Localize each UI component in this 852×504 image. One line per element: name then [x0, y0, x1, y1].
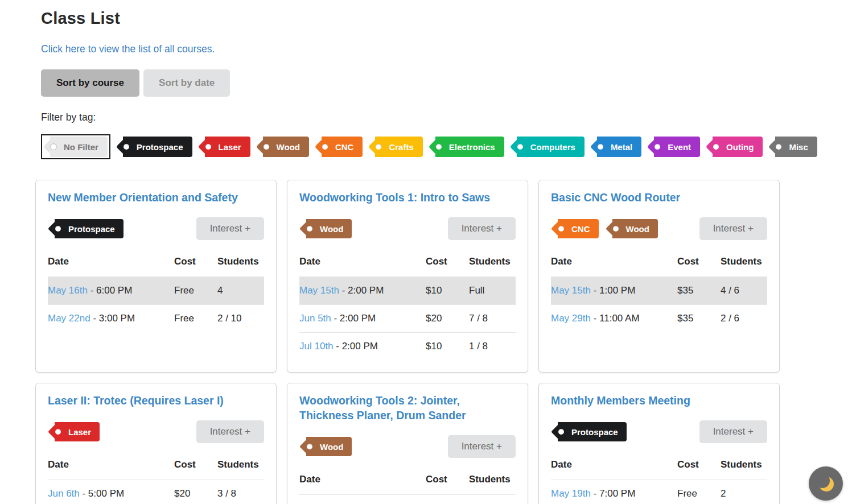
class-tag-protospace: Protospace	[55, 219, 124, 238]
session-time: - 7:00 PM	[591, 488, 635, 499]
tag-label: Computers	[530, 142, 575, 152]
tag-hole-icon	[713, 144, 719, 150]
filter-by-tag-label: Filter by tag:	[41, 111, 852, 123]
session-row: May 15th - 2:00 PM $10 Full	[299, 277, 516, 305]
tag-hole-icon	[55, 226, 61, 232]
class-tags: Protospace	[48, 219, 124, 238]
class-title-link[interactable]: Laser II: Trotec (Requires Laser I)	[48, 393, 264, 408]
class-card-meta: Wood Interest +	[299, 217, 516, 240]
interest-button[interactable]: Interest +	[196, 420, 264, 443]
filter-tag-event[interactable]: Event	[654, 137, 700, 157]
filter-tag-metal[interactable]: Metal	[597, 137, 641, 157]
session-cost: $35	[677, 305, 721, 333]
tag-label: Protospace	[137, 142, 183, 152]
tag-label: Protospace	[68, 224, 115, 234]
interest-button[interactable]: Interest +	[448, 217, 516, 240]
filter-tag-wood[interactable]: Wood	[263, 137, 309, 157]
session-date-link[interactable]: May 29th	[551, 313, 591, 324]
tag-hole-icon	[655, 144, 660, 150]
sessions-table: DateCostStudents May 21st - 11:00 AM $15…	[299, 467, 516, 504]
session-time: - 11:00 AM	[591, 313, 640, 324]
session-students: Full	[469, 277, 516, 305]
interest-button[interactable]: Interest +	[699, 420, 767, 443]
filter-tag-protospace[interactable]: Protospace	[123, 137, 192, 157]
filter-tag-electronics[interactable]: Electronics	[435, 137, 504, 157]
session-date-link[interactable]: May 19th	[551, 488, 591, 499]
session-date-link[interactable]: May 16th	[48, 285, 88, 296]
tag-hole-icon	[264, 144, 269, 150]
col-header-students: Students	[469, 467, 516, 495]
session-students: 2	[721, 480, 767, 504]
dark-mode-toggle-button[interactable]	[809, 466, 843, 501]
session-students: Full	[469, 495, 516, 504]
session-time: - 1:00 PM	[591, 285, 635, 296]
filter-tag-computers[interactable]: Computers	[517, 137, 585, 157]
col-header-students: Students	[217, 452, 264, 480]
class-title-link[interactable]: Monthly Members Meeting	[551, 393, 767, 408]
session-row: May 22nd - 3:00 PM Free 2 / 10	[48, 305, 264, 333]
col-header-cost: Cost	[174, 452, 217, 480]
sort-by-course-button[interactable]: Sort by course	[41, 69, 139, 97]
class-tag-laser: Laser	[55, 422, 100, 441]
interest-button[interactable]: Interest +	[699, 217, 767, 240]
session-date-link[interactable]: May 22nd	[48, 313, 90, 324]
session-cost: $20	[426, 305, 469, 333]
sort-by-date-button[interactable]: Sort by date	[143, 69, 230, 97]
filter-tag-no-filter[interactable]: No Filter	[50, 137, 108, 157]
tag-hole-icon	[517, 144, 523, 150]
session-date-link[interactable]: Jul 10th	[299, 341, 334, 352]
session-students: 4	[217, 277, 264, 305]
class-title-link[interactable]: Basic CNC Wood Router	[551, 190, 767, 205]
session-date-link[interactable]: May 15th	[299, 285, 339, 296]
session-date-link[interactable]: Jun 6th	[48, 488, 80, 499]
tag-hole-icon	[322, 144, 328, 150]
view-all-courses-link[interactable]: Click here to view the list of all cours…	[41, 43, 215, 55]
tag-hole-icon	[376, 144, 381, 150]
session-date-cell: Jun 5th - 2:00 PM	[299, 305, 426, 333]
session-cost: Free	[174, 277, 217, 305]
tag-label: Wood	[277, 142, 300, 152]
filter-tag-outing[interactable]: Outing	[713, 137, 763, 157]
interest-button[interactable]: Interest +	[448, 435, 516, 458]
session-date-link[interactable]: May 15th	[551, 285, 591, 296]
filter-tag-cnc[interactable]: CNC	[322, 137, 363, 157]
tag-label: Laser	[219, 142, 241, 152]
col-header-date: Date	[299, 249, 426, 277]
session-students: 2 / 6	[721, 305, 767, 333]
session-time: - 2:00 PM	[339, 285, 384, 296]
tag-label: Electronics	[449, 142, 495, 152]
sessions-table: DateCostStudents May 15th - 1:00 PM $35 …	[551, 249, 767, 332]
session-row: May 15th - 1:00 PM $35 4 / 6	[551, 277, 767, 305]
session-row: Jun 5th - 2:00 PM $20 7 / 8	[299, 305, 516, 333]
class-title-link[interactable]: Woodworking Tools 1: Intro to Saws	[299, 190, 516, 205]
class-tags: Laser	[48, 422, 100, 441]
class-card: New Member Orientation and Safety Protos…	[36, 180, 276, 372]
sessions-table: DateCostStudents Jun 6th - 5:00 PM $20 3…	[48, 452, 264, 504]
col-header-students: Students	[217, 249, 264, 277]
filter-tag-laser[interactable]: Laser	[205, 137, 250, 157]
filter-tag-misc[interactable]: Misc	[775, 137, 817, 157]
session-date-link[interactable]: Jun 5th	[299, 313, 331, 324]
sessions-table-header: DateCostStudents	[551, 249, 767, 277]
session-cost: Free	[677, 480, 721, 504]
filter-tag-row: No FilterProtospaceLaserWoodCNCCraftsEle…	[41, 134, 852, 159]
col-header-date: Date	[48, 452, 174, 480]
session-students: 7 / 8	[469, 305, 516, 333]
class-title-link[interactable]: New Member Orientation and Safety	[48, 190, 264, 205]
tag-hole-icon	[598, 144, 603, 150]
sessions-table-header: DateCostStudents	[299, 467, 516, 495]
session-row: Jun 6th - 5:00 PM $20 3 / 8	[48, 480, 264, 504]
interest-button[interactable]: Interest +	[196, 217, 264, 240]
class-card-grid: New Member Orientation and Safety Protos…	[36, 180, 852, 504]
tag-label: Protospace	[571, 427, 618, 437]
tag-hole-icon	[51, 144, 56, 150]
sessions-table-header: DateCostStudents	[551, 452, 767, 480]
tag-label: Crafts	[389, 142, 413, 152]
class-card: Woodworking Tools 1: Intro to Saws Wood …	[287, 180, 528, 372]
class-title-link[interactable]: Woodworking Tools 2: Jointer, Thickness …	[299, 393, 516, 423]
class-card-meta: Laser Interest +	[48, 420, 264, 443]
session-time: - 2:00 PM	[334, 341, 378, 352]
col-header-cost: Cost	[426, 249, 469, 277]
filter-tag-crafts[interactable]: Crafts	[375, 137, 422, 157]
class-card: Woodworking Tools 2: Jointer, Thickness …	[287, 383, 528, 504]
